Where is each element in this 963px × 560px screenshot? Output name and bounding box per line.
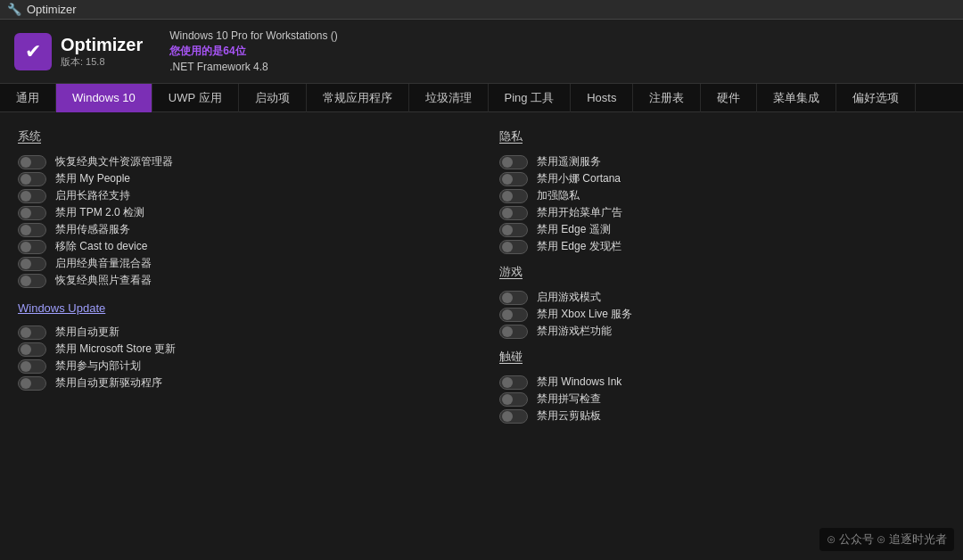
nav-tab-prefs[interactable]: 偏好选项 xyxy=(836,84,916,112)
toggle-label: 禁用 Xbox Live 服务 xyxy=(537,307,632,322)
toggle-switch[interactable] xyxy=(499,172,528,186)
system-items-list: 恢复经典文件资源管理器禁用 My People启用长路径支持禁用 TPM 2.0… xyxy=(18,153,464,289)
toggle-switch[interactable] xyxy=(18,155,46,169)
toggle-switch[interactable] xyxy=(18,342,46,357)
toggle-switch[interactable] xyxy=(18,274,46,288)
toggle-label: 禁用自动更新 xyxy=(55,325,119,340)
left-column: 系统 恢复经典文件资源管理器禁用 My People启用长路径支持禁用 TPM … xyxy=(18,123,464,549)
toggle-label: 启用游戏模式 xyxy=(537,290,601,305)
toggle-row: 禁用拼写检查 xyxy=(499,391,945,408)
toggle-label: 禁用参与内部计划 xyxy=(55,358,141,374)
toggle-knob xyxy=(21,174,31,185)
toggle-switch[interactable] xyxy=(499,375,528,390)
toggle-switch[interactable] xyxy=(499,392,528,407)
toggle-knob xyxy=(502,157,513,168)
nav-tab-menu[interactable]: 菜单集成 xyxy=(757,84,836,112)
app-icon: 🔧 xyxy=(7,3,21,16)
toggle-label: 恢复经典照片查看器 xyxy=(55,273,152,288)
toggle-knob xyxy=(21,191,31,202)
toggle-switch[interactable] xyxy=(499,223,528,237)
toggle-label: 禁用游戏栏功能 xyxy=(537,324,612,339)
toggle-row: 禁用 Xbox Live 服务 xyxy=(499,306,945,323)
toggle-row: 禁用自动更新驱动程序 xyxy=(18,375,464,391)
toggle-row: 禁用 My People xyxy=(18,170,464,187)
watermark: ⊙ 公众号 ⊙ 追逐时光者 xyxy=(819,528,954,551)
toggle-knob xyxy=(502,191,513,202)
toggle-knob xyxy=(21,344,31,355)
toggle-switch[interactable] xyxy=(18,189,46,203)
toggle-label: 加强隐私 xyxy=(537,188,580,203)
toggle-knob xyxy=(21,208,31,218)
sys-line1: Windows 10 Pro for Workstations () xyxy=(169,29,338,42)
toggle-knob xyxy=(21,327,31,338)
toggle-knob xyxy=(502,394,513,405)
toggle-switch[interactable] xyxy=(18,206,46,220)
toggle-switch[interactable] xyxy=(499,325,528,339)
toggle-row: 加强隐私 xyxy=(499,187,945,204)
nav-tab-win10[interactable]: Windows 10 xyxy=(56,84,152,112)
toggle-knob xyxy=(21,259,31,269)
toggle-knob xyxy=(502,377,513,388)
toggle-switch[interactable] xyxy=(18,359,46,374)
toggle-row: 禁用 Windows Ink xyxy=(499,374,945,391)
toggle-switch[interactable] xyxy=(18,257,46,271)
toggle-row: 禁用 Edge 发现栏 xyxy=(499,238,945,255)
toggle-row: 禁用遥测服务 xyxy=(499,153,945,170)
toggle-knob xyxy=(502,326,513,337)
toggle-knob xyxy=(502,174,513,185)
toggle-label: 移除 Cast to device xyxy=(55,239,147,254)
toggle-switch[interactable] xyxy=(499,291,528,305)
nav-tab-startup[interactable]: 启动项 xyxy=(239,84,307,112)
toggle-knob xyxy=(502,309,513,320)
toggle-label: 禁用 TPM 2.0 检测 xyxy=(55,205,144,220)
toggle-label: 禁用 My People xyxy=(55,171,130,186)
toggle-row: 恢复经典照片查看器 xyxy=(18,272,464,289)
app-title: Optimizer 版本: 15.8 xyxy=(61,35,143,69)
nav-tab-ping[interactable]: Ping 工具 xyxy=(489,84,572,112)
toggle-label: 禁用小娜 Cortana xyxy=(537,171,621,186)
app-name: Optimizer xyxy=(61,35,143,55)
toggle-knob xyxy=(21,361,31,372)
nav-tab-registry[interactable]: 注册表 xyxy=(633,84,701,112)
toggle-switch[interactable] xyxy=(499,189,528,203)
toggle-knob xyxy=(21,225,31,235)
nav-tab-hosts[interactable]: Hosts xyxy=(571,84,633,112)
toggle-switch[interactable] xyxy=(499,308,528,322)
toggle-label: 禁用 Edge 发现栏 xyxy=(537,239,621,254)
toggle-label: 禁用拼写检查 xyxy=(537,391,601,407)
system-info: Windows 10 Pro for Workstations () 您使用的是… xyxy=(169,29,338,73)
nav-tab-apps[interactable]: 常规应用程序 xyxy=(307,84,409,112)
toggle-label: 禁用云剪贴板 xyxy=(537,408,601,424)
header: ✔ Optimizer 版本: 15.8 Windows 10 Pro for … xyxy=(0,20,963,84)
toggle-switch[interactable] xyxy=(499,240,528,254)
nav-tab-general[interactable]: 通用 xyxy=(0,84,56,112)
logo-icon: ✔ xyxy=(14,33,52,70)
sys-line3: .NET Framework 4.8 xyxy=(169,61,338,73)
toggle-knob xyxy=(502,208,513,218)
toggle-label: 恢复经典文件资源管理器 xyxy=(55,154,173,169)
toggle-row: 禁用 TPM 2.0 检测 xyxy=(18,204,464,221)
toggle-switch[interactable] xyxy=(18,172,46,186)
privacy-items-list: 禁用遥测服务禁用小娜 Cortana加强隐私禁用开始菜单广告禁用 Edge 遥测… xyxy=(499,153,945,255)
nav-tab-uwp[interactable]: UWP 应用 xyxy=(152,84,239,112)
nav-tabs: 通用Windows 10UWP 应用启动项常规应用程序垃圾清理Ping 工具Ho… xyxy=(0,84,963,112)
toggle-row: 禁用开始菜单广告 xyxy=(499,204,945,221)
nav-tab-hardware[interactable]: 硬件 xyxy=(701,84,757,112)
toggle-knob xyxy=(21,276,31,286)
toggle-row: 启用游戏模式 xyxy=(499,289,945,306)
toggle-switch[interactable] xyxy=(499,206,528,220)
toggle-row: 禁用游戏栏功能 xyxy=(499,323,945,340)
toggle-switch[interactable] xyxy=(18,325,46,340)
nav-tab-cleanup[interactable]: 垃圾清理 xyxy=(409,84,489,112)
touch-items-list: 禁用 Windows Ink禁用拼写检查禁用云剪贴板 xyxy=(499,374,945,424)
toggle-row: 启用长路径支持 xyxy=(18,187,464,204)
update-items-list: 禁用自动更新禁用 Microsoft Store 更新禁用参与内部计划禁用自动更… xyxy=(18,324,464,391)
toggle-row: 禁用参与内部计划 xyxy=(18,358,464,375)
toggle-switch[interactable] xyxy=(499,409,528,424)
toggle-switch[interactable] xyxy=(18,376,46,391)
toggle-switch[interactable] xyxy=(499,155,528,169)
windows-update-link[interactable]: Windows Update xyxy=(18,301,464,315)
toggle-switch[interactable] xyxy=(18,240,46,254)
toggle-switch[interactable] xyxy=(18,223,46,237)
toggle-label: 启用经典音量混合器 xyxy=(55,256,152,271)
